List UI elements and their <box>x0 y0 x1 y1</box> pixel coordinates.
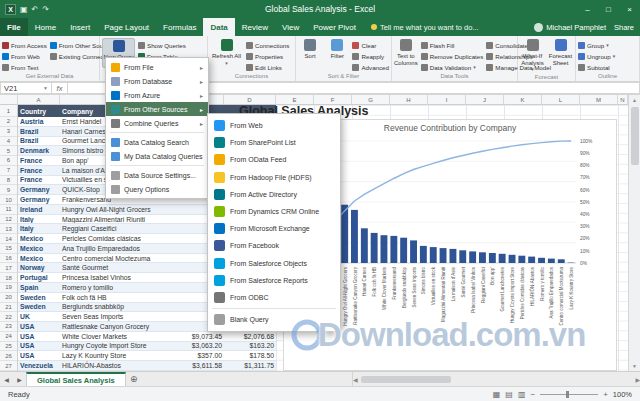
row-header-14[interactable]: 14 <box>0 234 17 244</box>
cell-company[interactable]: Magazzini Alimentari Riuniti <box>60 215 172 224</box>
cell-country[interactable]: France <box>18 176 60 185</box>
cell-country[interactable]: Sweden <box>18 293 60 302</box>
row-header-9[interactable]: 9 <box>0 185 17 195</box>
menu-item-my-data-catalog-queries[interactable]: My Data Catalog Queries <box>106 149 208 163</box>
cell-country[interactable]: Spain <box>18 283 60 292</box>
cell-company[interactable]: Berglunds snabbköp <box>60 303 172 312</box>
submenu-item-from-salesforce-objects[interactable]: From Salesforce Objects <box>208 255 340 272</box>
column-header-g[interactable]: G <box>352 95 390 104</box>
minimize-button[interactable]: – <box>577 0 598 18</box>
cell-country[interactable]: USA <box>18 322 60 331</box>
row-header-13[interactable]: 13 <box>0 224 17 234</box>
menu-item-from-azure[interactable]: From Azure▸ <box>106 88 208 102</box>
cell-country[interactable]: Brazil <box>18 127 60 136</box>
from-text-button[interactable]: From Text <box>2 62 47 72</box>
zoom-level[interactable]: 100% <box>613 390 632 399</box>
cell-company[interactable]: Reggiani Caseifici <box>60 224 172 233</box>
select-all-corner[interactable] <box>0 95 18 104</box>
filter-button[interactable]: Filter <box>325 38 349 60</box>
scroll-up-icon[interactable]: ▲ <box>632 95 637 105</box>
row-header-1[interactable]: 1 <box>0 105 17 117</box>
column-header-a[interactable]: A <box>18 95 60 104</box>
cell-country[interactable]: Mexico <box>18 244 60 253</box>
menu-item-data-source-settings[interactable]: Data Source Settings... <box>106 168 208 182</box>
submenu-item-from-web[interactable]: From Web <box>208 117 340 134</box>
menu-item-combine-queries[interactable]: Combine Queries▸ <box>106 116 208 130</box>
remove-duplicates-button[interactable]: Remove Duplicates <box>421 51 484 61</box>
ungroup-button[interactable]: Ungroup▾ <box>578 51 615 61</box>
row-header-8[interactable]: 8 <box>0 176 17 186</box>
cell-country[interactable]: Brazil <box>18 137 60 146</box>
sheet-nav-left-icon[interactable]: ◀ <box>0 372 13 386</box>
reapply-button[interactable]: Reapply <box>352 51 389 61</box>
row-header-23[interactable]: 23 <box>0 322 17 332</box>
menu-item-from-database[interactable]: From Database▸ <box>106 74 208 88</box>
zoom-out-icon[interactable]: − <box>530 390 535 399</box>
redo-icon[interactable]: ↷ <box>42 5 49 14</box>
submenu-item-from-hadoop-file-hdfs[interactable]: From Hadoop File (HDFS) <box>208 169 340 186</box>
name-box[interactable]: V21 ▼ <box>0 82 52 94</box>
row-header-19[interactable]: 19 <box>0 283 17 293</box>
column-header-h[interactable]: H <box>390 95 428 104</box>
row-header-21[interactable]: 21 <box>0 303 17 313</box>
cell-company[interactable]: Hungry Coyote Import Store <box>60 342 172 351</box>
ribbon-tab-file[interactable]: File <box>0 18 28 36</box>
cell-country[interactable]: USA <box>18 351 60 360</box>
cell-profit[interactable]: $1,311.75 <box>224 361 276 370</box>
maximize-button[interactable]: □ <box>598 0 619 18</box>
from-web-button[interactable]: From Web <box>2 51 47 61</box>
submenu-item-from-active-directory[interactable]: From Active Directory <box>208 186 340 203</box>
normal-view-icon[interactable]: ▦ <box>493 390 501 399</box>
cell-country[interactable]: Austria <box>18 117 60 126</box>
cell-country[interactable]: Germany <box>18 195 60 204</box>
row-header-2[interactable]: 2 <box>0 117 17 127</box>
show-queries-button[interactable]: Show Queries <box>138 40 191 50</box>
data-validation-button[interactable]: Data Validation▾ <box>421 62 484 72</box>
table-header-country[interactable]: Country <box>18 105 60 117</box>
zoom-in-icon[interactable]: + <box>603 390 608 399</box>
cell-company[interactable]: Princesa Isabel Vinhos <box>60 273 172 282</box>
submenu-item-from-dynamics-crm-online[interactable]: From Dynamics CRM Online <box>208 203 340 220</box>
cell-company[interactable]: Seven Seas Imports <box>60 312 172 321</box>
ribbon-tab-home[interactable]: Home <box>28 18 63 36</box>
submenu-item-from-odbc[interactable]: From ODBC <box>208 289 340 306</box>
ribbon-tab-power-pivot[interactable]: Power Pivot <box>306 18 363 36</box>
edit-links-button[interactable]: Edit Links <box>246 62 289 72</box>
row-header-22[interactable]: 22 <box>0 312 17 322</box>
scroll-left-icon[interactable]: ◀ <box>353 376 358 383</box>
cell-profit[interactable]: $163.20 <box>224 342 276 351</box>
menu-item-from-other-sources[interactable]: From Other Sources▸ <box>106 102 208 116</box>
row-header-5[interactable]: 5 <box>0 146 17 156</box>
submenu-item-from-sharepoint-list[interactable]: From SharePoint List <box>208 134 340 151</box>
submenu-item-from-facebook[interactable]: From Facebook <box>208 237 340 254</box>
cell-country[interactable]: Mexico <box>18 234 60 243</box>
row-header-12[interactable]: 12 <box>0 215 17 225</box>
row-header-11[interactable]: 11 <box>0 205 17 215</box>
row-header-16[interactable]: 16 <box>0 254 17 264</box>
row-header-10[interactable]: 10 <box>0 195 17 205</box>
cell-country[interactable]: Italy <box>18 215 60 224</box>
row-header-17[interactable]: 17 <box>0 263 17 273</box>
menu-item-from-file[interactable]: From File▸ <box>106 60 208 74</box>
horizontal-scrollbar[interactable]: ◀ ▶ <box>352 372 640 386</box>
cell-revenue[interactable]: $3,611.58 <box>172 361 224 370</box>
row-header-27[interactable]: 27 <box>0 361 17 371</box>
text-to-columns-button[interactable]: Text to Columns <box>394 38 418 66</box>
column-header-d[interactable]: D <box>224 95 276 104</box>
cell-country[interactable]: Venezuela <box>18 361 60 370</box>
column-header-m[interactable]: M <box>580 95 618 104</box>
submenu-item-blank-query[interactable]: Blank Query <box>208 311 340 328</box>
fx-icon[interactable]: fx <box>52 82 68 94</box>
zoom-slider-knob[interactable] <box>566 391 569 398</box>
ribbon-tab-data[interactable]: Data <box>203 18 234 36</box>
cell-company[interactable]: HILARIÓN-Abastos <box>60 361 172 370</box>
subtotal-button[interactable]: Subtotal <box>578 62 615 72</box>
cell-country[interactable]: Portugal <box>18 273 60 282</box>
cell-country[interactable]: France <box>18 156 60 165</box>
scroll-down-icon[interactable]: ▼ <box>632 361 637 371</box>
connections-button[interactable]: Connections <box>246 40 289 50</box>
vertical-scrollbar[interactable]: ▲ ▼ <box>628 95 640 371</box>
zoom-slider[interactable] <box>540 394 598 395</box>
cell-company[interactable]: White Clover Markets <box>60 332 172 341</box>
cell-country[interactable]: Norway <box>18 263 60 272</box>
